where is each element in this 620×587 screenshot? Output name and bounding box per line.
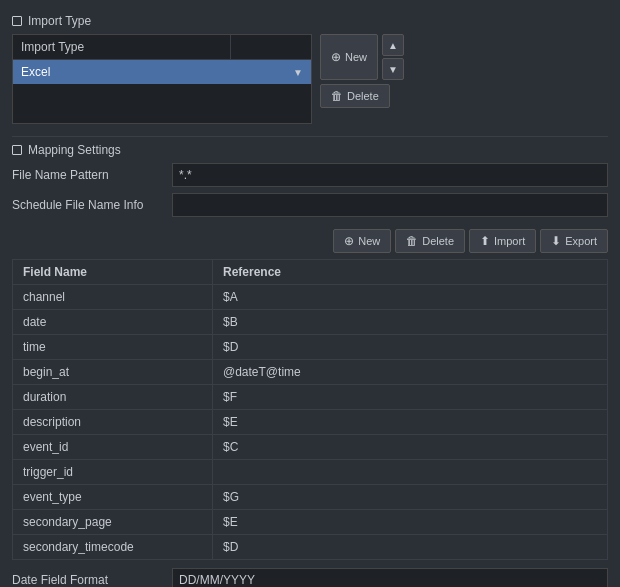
reference-cell: @dateT@time (213, 360, 607, 384)
mapping-export-button[interactable]: ⬇ Export (540, 229, 608, 253)
mapping-import-icon: ⬆ (480, 234, 490, 248)
table-row[interactable]: event_type $G (13, 485, 607, 510)
mapping-import-button[interactable]: ⬆ Import (469, 229, 536, 253)
field-name-cell: secondary_timecode (13, 535, 213, 559)
file-name-pattern-input[interactable] (172, 163, 608, 187)
table-row[interactable]: secondary_timecode $D (13, 535, 607, 559)
reference-cell (213, 460, 607, 484)
table-row[interactable]: date $B (13, 310, 607, 335)
file-name-pattern-row: File Name Pattern (12, 163, 608, 187)
table-row[interactable]: description $E (13, 410, 607, 435)
reference-cell: $B (213, 310, 607, 334)
mapping-settings-header: Mapping Settings (12, 137, 608, 163)
mapping-settings-section: Mapping Settings File Name Pattern Sched… (0, 137, 620, 587)
reference-cell: $G (213, 485, 607, 509)
table-row[interactable]: time $D (13, 335, 607, 360)
import-type-inner: Import Type Excel ▼ ⊕ New ▲ ▼ (12, 34, 608, 124)
import-type-col1-header: Import Type (13, 35, 231, 59)
move-down-button[interactable]: ▼ (382, 58, 404, 80)
import-type-select[interactable]: Excel (21, 65, 293, 79)
reference-cell: $F (213, 385, 607, 409)
table-row[interactable]: trigger_id (13, 460, 607, 485)
mapping-table-body: channel $A date $B time $D begin_at @dat… (13, 285, 607, 559)
mapping-export-label: Export (565, 235, 597, 247)
date-field-format-label: Date Field Format (12, 573, 172, 587)
field-name-column-header: Field Name (13, 260, 213, 284)
import-type-title: Import Type (28, 14, 91, 28)
import-type-section: Import Type Import Type Excel ▼ ⊕ New (0, 0, 620, 136)
new-button-label: New (345, 51, 367, 63)
date-field-format-input[interactable] (172, 568, 608, 587)
mapping-delete-label: Delete (422, 235, 454, 247)
reference-cell: $D (213, 335, 607, 359)
import-type-delete-button[interactable]: 🗑 Delete (320, 84, 390, 108)
reference-cell: $D (213, 535, 607, 559)
mapping-table-header: Field Name Reference (13, 260, 607, 285)
field-name-cell: secondary_page (13, 510, 213, 534)
mapping-toolbar: ⊕ New 🗑 Delete ⬆ Import ⬇ Export (12, 223, 608, 259)
reference-cell: $C (213, 435, 607, 459)
mapping-new-button[interactable]: ⊕ New (333, 229, 391, 253)
table-row[interactable]: channel $A (13, 285, 607, 310)
dropdown-arrow-icon: ▼ (293, 67, 303, 78)
schedule-file-name-label: Schedule File Name Info (12, 198, 172, 212)
delete-icon: 🗑 (331, 89, 343, 103)
table-row[interactable]: event_id $C (13, 435, 607, 460)
field-name-cell: event_type (13, 485, 213, 509)
reference-cell: $E (213, 510, 607, 534)
import-type-buttons: ⊕ New ▲ ▼ 🗑 Delete (320, 34, 404, 108)
field-name-cell: time (13, 335, 213, 359)
table-row[interactable]: secondary_page $E (13, 510, 607, 535)
table-row[interactable]: duration $F (13, 385, 607, 410)
field-name-cell: description (13, 410, 213, 434)
field-name-cell: channel (13, 285, 213, 309)
date-field-format-row: Date Field Format (12, 568, 608, 587)
mapping-new-icon: ⊕ (344, 234, 354, 248)
reference-cell: $A (213, 285, 607, 309)
reference-cell: $E (213, 410, 607, 434)
mapping-table: Field Name Reference channel $A date $B … (12, 259, 608, 560)
field-name-cell: trigger_id (13, 460, 213, 484)
import-type-table-header: Import Type (13, 35, 311, 60)
delete-button-label: Delete (347, 90, 379, 102)
import-type-box: Import Type Excel ▼ (12, 34, 312, 124)
field-name-cell: date (13, 310, 213, 334)
field-name-cell: begin_at (13, 360, 213, 384)
table-row[interactable]: begin_at @dateT@time (13, 360, 607, 385)
reference-column-header: Reference (213, 260, 607, 284)
import-type-new-button[interactable]: ⊕ New (320, 34, 378, 80)
mapping-delete-icon: 🗑 (406, 234, 418, 248)
move-up-button[interactable]: ▲ (382, 34, 404, 56)
mapping-delete-button[interactable]: 🗑 Delete (395, 229, 465, 253)
schedule-file-name-row: Schedule File Name Info (12, 193, 608, 217)
mapping-import-label: Import (494, 235, 525, 247)
schedule-file-name-input[interactable] (172, 193, 608, 217)
new-icon: ⊕ (331, 50, 341, 64)
mapping-new-label: New (358, 235, 380, 247)
import-type-selected-row[interactable]: Excel ▼ (13, 60, 311, 84)
import-type-header: Import Type (12, 8, 608, 34)
field-name-cell: duration (13, 385, 213, 409)
mapping-settings-title: Mapping Settings (28, 143, 121, 157)
field-name-cell: event_id (13, 435, 213, 459)
file-name-pattern-label: File Name Pattern (12, 168, 172, 182)
mapping-export-icon: ⬇ (551, 234, 561, 248)
import-type-col2-header (231, 35, 311, 59)
